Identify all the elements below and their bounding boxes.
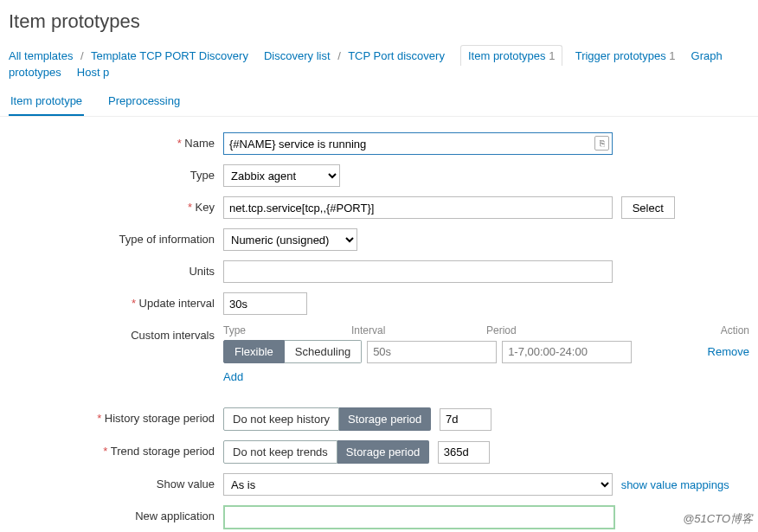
type-select[interactable]: Zabbix agent — [223, 164, 340, 187]
trend-label: Trend storage period — [9, 440, 223, 458]
show-value-label: Show value — [9, 473, 223, 490]
crumb-item-prototypes-link[interactable]: Item prototypes — [468, 49, 546, 62]
breadcrumbs: All templates / Template TCP PORT Discov… — [0, 45, 758, 87]
page-title: Item prototypes — [0, 0, 758, 45]
show-value-mappings-link[interactable]: show value mappings — [621, 478, 729, 491]
ci-head-period: Period — [486, 324, 625, 337]
history-toggle: Do not keep history Storage period — [223, 407, 431, 431]
crumb-template[interactable]: Template TCP PORT Discovery — [91, 49, 248, 62]
units-label: Units — [9, 260, 223, 278]
crumb-all-templates[interactable]: All templates — [9, 49, 73, 62]
new-application-label: New application — [9, 505, 223, 522]
trend-nokeep-button[interactable]: Do not keep trends — [223, 440, 337, 464]
crumb-discovery-rule[interactable]: TCP Port discovery — [348, 49, 445, 62]
history-value-input[interactable] — [440, 408, 491, 431]
name-input[interactable] — [223, 132, 613, 155]
select-button[interactable]: Select — [621, 196, 675, 219]
ci-remove-link[interactable]: Remove — [708, 345, 749, 358]
watermark: @51CTO博客 — [683, 511, 753, 527]
info-type-label: Type of information — [9, 228, 223, 246]
tab-preprocessing[interactable]: Preprocessing — [106, 87, 182, 116]
crumb-trigger-prototypes-count: 1 — [669, 49, 675, 62]
ci-scheduling-button[interactable]: Scheduling — [285, 340, 362, 363]
show-value-select[interactable]: As is — [223, 473, 613, 496]
ci-interval-input[interactable] — [367, 341, 497, 363]
trend-value-input[interactable] — [438, 441, 490, 464]
form: Name ⎘ Type Zabbix agent Key Select Type… — [0, 117, 758, 532]
crumb-item-prototypes-count: 1 — [549, 49, 555, 62]
history-period-button[interactable]: Storage period — [339, 407, 431, 431]
key-label: Key — [9, 196, 223, 214]
type-label: Type — [9, 164, 223, 182]
ci-type-toggle: Flexible Scheduling — [223, 340, 362, 363]
ci-head-action: Action — [625, 324, 749, 337]
crumb-item-prototypes[interactable]: Item prototypes 1 — [460, 45, 562, 66]
new-application-input[interactable] — [223, 505, 615, 529]
ci-period-input[interactable] — [502, 341, 632, 363]
info-type-select[interactable]: Numeric (unsigned) — [223, 228, 357, 251]
custom-intervals-label: Custom intervals — [9, 324, 223, 342]
crumb-trigger-prototypes[interactable]: Trigger prototypes — [575, 49, 666, 62]
history-label: History storage period — [9, 407, 223, 425]
units-input[interactable] — [223, 260, 613, 283]
tab-item-prototype[interactable]: Item prototype — [9, 87, 84, 116]
crumb-sep: / — [80, 49, 84, 62]
history-nokeep-button[interactable]: Do not keep history — [223, 407, 339, 431]
crumb-host-prototypes[interactable]: Host p — [77, 66, 110, 79]
tabs: Item prototype Preprocessing — [0, 87, 758, 117]
ci-head-interval: Interval — [351, 324, 486, 337]
ci-add-link[interactable]: Add — [223, 370, 243, 383]
crumb-discovery-list[interactable]: Discovery list — [264, 49, 331, 62]
ci-flexible-button[interactable]: Flexible — [223, 340, 285, 363]
trend-toggle: Do not keep trends Storage period — [223, 440, 429, 464]
trend-period-button[interactable]: Storage period — [337, 440, 429, 464]
ci-head-type: Type — [223, 324, 351, 337]
update-interval-label: Update interval — [9, 292, 223, 310]
update-interval-input[interactable] — [223, 292, 307, 315]
name-label: Name — [9, 132, 223, 150]
crumb-sep: / — [337, 49, 341, 62]
key-input[interactable] — [223, 196, 613, 219]
